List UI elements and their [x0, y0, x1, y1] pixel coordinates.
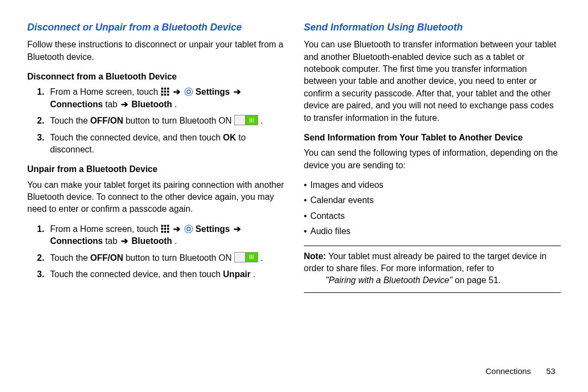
- right-column: Send Information Using Bluetooth You can…: [304, 21, 561, 362]
- arrow-icon: ➔: [121, 100, 128, 109]
- step-text: From a Home screen, touch: [50, 87, 161, 96]
- note-body: Your tablet must already be paired to th…: [304, 252, 547, 273]
- step-text: Touch the: [50, 253, 90, 262]
- period: .: [260, 253, 262, 262]
- list-item-label: Images and videos: [310, 180, 383, 189]
- bluetooth-label: Bluetooth: [131, 236, 172, 246]
- left-column: Disconnect or Unpair from a Bluetooth De…: [27, 21, 284, 362]
- apps-icon: [161, 87, 170, 96]
- svg-point-1: [187, 90, 190, 94]
- right-intro: You can use Bluetooth to transfer inform…: [304, 39, 561, 124]
- svg-point-3: [187, 227, 190, 230]
- connections-label: Connections: [50, 236, 103, 246]
- page-footer: Connections 53: [27, 362, 561, 376]
- disconnect-subheading: Disconnect from a Bluetooth Device: [27, 71, 284, 83]
- step-text: button to turn Bluetooth ON: [126, 253, 234, 262]
- note-page: on page 51.: [455, 275, 501, 285]
- step-text: Touch the connected device, and then tou…: [50, 270, 223, 279]
- unpair-label: Unpair: [223, 270, 251, 279]
- two-column-layout: Disconnect or Unpair from a Bluetooth De…: [27, 21, 561, 362]
- unpair-step-3: Touch the connected device, and then tou…: [50, 268, 284, 280]
- list-item-label: Calendar events: [310, 195, 374, 205]
- tab-word: tab: [105, 236, 120, 246]
- bluetooth-label: Bluetooth: [131, 100, 172, 109]
- toggle-on-icon: [234, 252, 258, 262]
- list-item: Audio files: [304, 225, 561, 237]
- unpair-intro: You can make your tablet forget its pair…: [27, 179, 284, 216]
- connections-label: Connections: [50, 100, 103, 109]
- unpair-step-1: From a Home screen, touch ➔ Settings ➔ C…: [50, 223, 284, 248]
- step-text: From a Home screen, touch: [50, 224, 161, 234]
- step-text: Touch the: [50, 116, 90, 125]
- offon-label: OFF/ON: [90, 116, 123, 125]
- offon-label: OFF/ON: [90, 253, 123, 262]
- info-types-list: Images and videos Calendar events Contac…: [304, 179, 561, 238]
- settings-label: Settings: [195, 224, 230, 234]
- left-intro: Follow these instructions to disconnect …: [27, 39, 284, 63]
- gear-icon: [184, 224, 193, 234]
- send-intro: You can send the following types of info…: [304, 147, 561, 171]
- arrow-icon: ➔: [121, 236, 128, 246]
- period: .: [253, 270, 255, 279]
- manual-page: Disconnect or Unpair from a Bluetooth De…: [0, 0, 588, 392]
- footer-section: Connections: [486, 366, 531, 376]
- toggle-on-icon: [234, 115, 258, 125]
- step-text: button to turn Bluetooth ON: [126, 116, 234, 125]
- list-item: Calendar events: [304, 194, 561, 206]
- period: .: [175, 100, 177, 109]
- gear-icon: [184, 87, 193, 96]
- arrow-icon: ➔: [234, 87, 241, 96]
- disconnect-step-1: From a Home screen, touch ➔ Settings ➔ C…: [50, 86, 284, 111]
- arrow-icon: ➔: [173, 87, 180, 96]
- arrow-icon: ➔: [234, 224, 241, 234]
- note-reference: "Pairing with a Bluetooth Device": [326, 275, 452, 285]
- apps-icon: [161, 224, 170, 234]
- svg-point-2: [185, 225, 192, 232]
- arrow-icon: ➔: [173, 224, 180, 234]
- step-text: Touch the connected device, and then tou…: [50, 133, 223, 142]
- tab-word: tab: [105, 100, 120, 109]
- unpair-steps: From a Home screen, touch ➔ Settings ➔ C…: [27, 223, 284, 281]
- list-item-label: Contacts: [310, 211, 345, 220]
- note-label: Note:: [304, 252, 326, 261]
- period: .: [260, 116, 262, 125]
- note-callout: Note: Your tablet must already be paired…: [304, 246, 561, 293]
- list-item: Contacts: [304, 210, 561, 222]
- list-item-label: Audio files: [310, 226, 351, 236]
- period: .: [175, 236, 177, 246]
- disconnect-steps: From a Home screen, touch ➔ Settings ➔ C…: [27, 86, 284, 156]
- list-item: Images and videos: [304, 179, 561, 191]
- svg-point-0: [185, 88, 192, 96]
- disconnect-step-3: Touch the connected device, and then tou…: [50, 132, 284, 156]
- unpair-step-2: Touch the OFF/ON button to turn Bluetoot…: [50, 252, 284, 264]
- left-heading: Disconnect or Unpair from a Bluetooth De…: [27, 21, 284, 34]
- right-heading: Send Information Using Bluetooth: [304, 21, 561, 34]
- footer-page-number: 53: [546, 366, 555, 376]
- send-subheading: Send Information from Your Tablet to Ano…: [304, 132, 561, 144]
- settings-label: Settings: [195, 87, 230, 96]
- unpair-subheading: Unpair from a Bluetooth Device: [27, 163, 284, 175]
- ok-label: OK: [223, 133, 236, 142]
- disconnect-step-2: Touch the OFF/ON button to turn Bluetoot…: [50, 115, 284, 127]
